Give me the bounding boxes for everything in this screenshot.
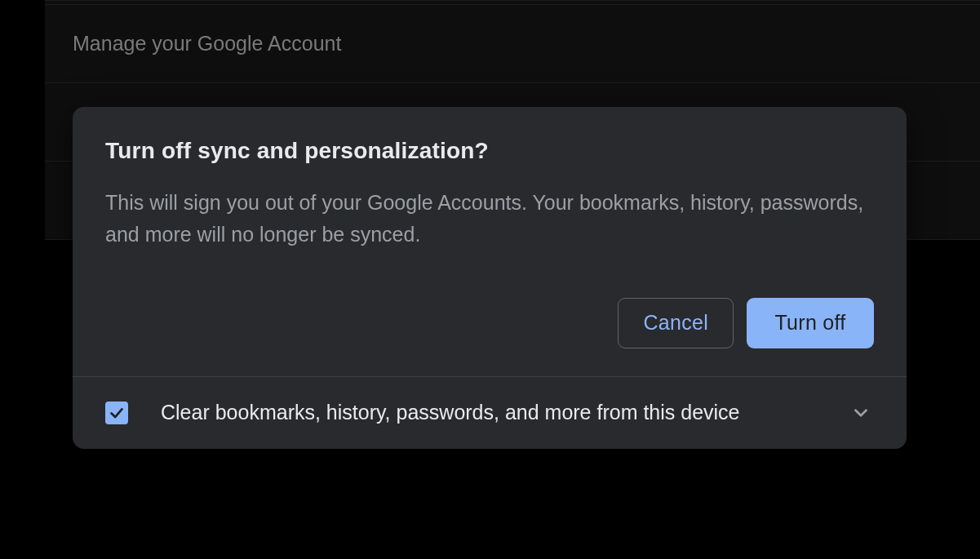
dialog-footer: Clear bookmarks, history, passwords, and… xyxy=(73,376,907,449)
expand-details-button[interactable] xyxy=(848,400,874,426)
manage-account-row[interactable]: Manage your Google Account xyxy=(45,5,980,83)
cancel-button[interactable]: Cancel xyxy=(618,298,734,348)
turn-off-button[interactable]: Turn off xyxy=(747,298,874,348)
chevron-down-icon xyxy=(850,402,871,424)
manage-account-label: Manage your Google Account xyxy=(73,32,341,55)
dialog-body: Turn off sync and personalization? This … xyxy=(73,107,907,376)
dialog-title: Turn off sync and personalization? xyxy=(105,138,874,164)
check-icon xyxy=(108,404,126,422)
turn-off-sync-dialog: Turn off sync and personalization? This … xyxy=(73,107,907,449)
clear-data-label[interactable]: Clear bookmarks, history, passwords, and… xyxy=(161,401,815,424)
dialog-description: This will sign you out of your Google Ac… xyxy=(105,187,874,251)
dialog-actions: Cancel Turn off xyxy=(105,298,874,348)
clear-data-checkbox[interactable] xyxy=(105,402,128,424)
